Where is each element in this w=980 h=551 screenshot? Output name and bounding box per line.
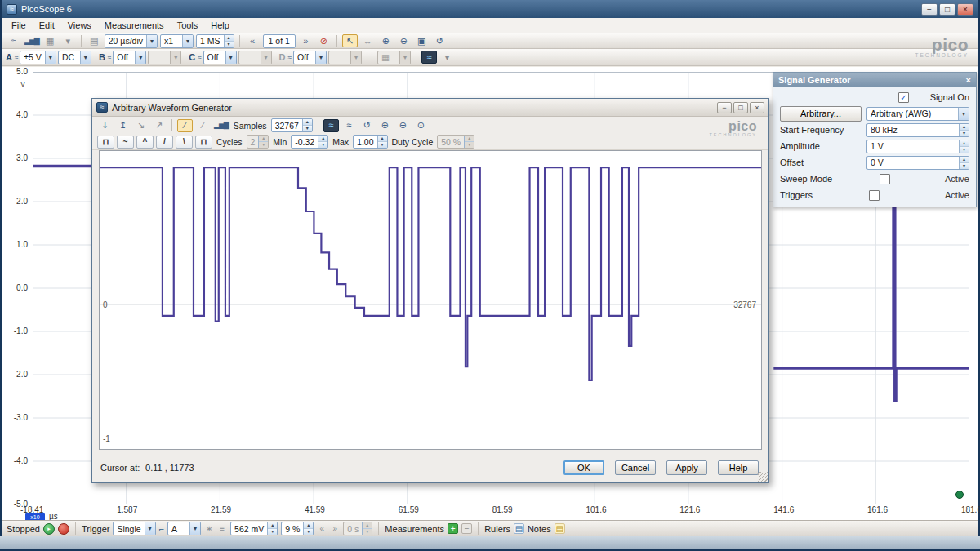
- smooth-waveform-icon[interactable]: ≈: [341, 119, 357, 132]
- resize-grip[interactable]: [758, 472, 768, 482]
- posttrigger-arrow-icon[interactable]: »: [330, 524, 340, 533]
- window-titlebar[interactable]: ≈ PicoScope 6 − □ ×: [2, 0, 978, 18]
- zoom-out-icon[interactable]: ⊖: [396, 34, 412, 47]
- ramp-down-button[interactable]: \: [176, 136, 193, 149]
- delete-measurement-button[interactable]: −: [461, 523, 472, 534]
- ramp-up-button[interactable]: /: [156, 136, 173, 149]
- chevron-down-icon[interactable]: ▾: [315, 51, 326, 64]
- chevron-down-icon[interactable]: ▾: [182, 35, 193, 47]
- zoom-in-icon[interactable]: ⊕: [378, 34, 394, 47]
- awg-waveform-canvas[interactable]: 0 -1 32767: [99, 150, 762, 450]
- arbitrary-settings-button[interactable]: Arbitrary...: [780, 106, 862, 122]
- dialog-button[interactable]: Apply: [666, 460, 707, 475]
- zoom-full-icon[interactable]: ⊙: [413, 119, 429, 132]
- spin-down-icon[interactable]: ▾: [268, 529, 277, 535]
- chevron-down-icon[interactable]: ▾: [80, 51, 91, 64]
- scope-view-icon[interactable]: ≈: [6, 34, 21, 47]
- toggle-checkbox[interactable]: [869, 190, 880, 201]
- max-spinner[interactable]: 1.00 ▴▾: [353, 135, 387, 149]
- channel-c-range-select[interactable]: Off ▾: [203, 51, 237, 64]
- spin-up-icon[interactable]: ▴: [960, 124, 969, 131]
- save-csv-icon[interactable]: ↗: [151, 119, 167, 132]
- pretrigger-arrow-icon[interactable]: «: [317, 524, 327, 533]
- chevron-down-icon[interactable]: ▾: [45, 51, 56, 64]
- dialog-button[interactable]: OK: [564, 460, 604, 475]
- spin-down-icon[interactable]: ▾: [960, 147, 969, 153]
- load-csv-icon[interactable]: ↘: [133, 119, 149, 132]
- menu-item[interactable]: Tools: [171, 19, 205, 32]
- waveform-type-select[interactable]: Arbitrary (AWG) ▾: [866, 107, 969, 121]
- triangle-wave-button[interactable]: ^: [136, 136, 154, 149]
- invert-waveform-icon[interactable]: ≈: [323, 119, 339, 132]
- field-spinner[interactable]: 0 V ▴▾: [866, 156, 969, 170]
- sine-wave-button[interactable]: ~: [117, 136, 134, 149]
- hand-pan-icon[interactable]: ↔: [360, 34, 376, 47]
- spin-up-icon[interactable]: ▴: [960, 157, 969, 163]
- freehand-draw-button[interactable]: ∕: [177, 119, 193, 132]
- menu-item[interactable]: Measurements: [98, 19, 171, 32]
- spin-down-icon[interactable]: ▾: [960, 163, 969, 169]
- maximize-button[interactable]: □: [939, 3, 956, 16]
- field-spinner[interactable]: 80 kHz ▴▾: [866, 123, 969, 137]
- persistence-view-icon[interactable]: ▦: [42, 34, 58, 47]
- spin-down-icon[interactable]: ▾: [378, 142, 387, 148]
- import-waveform-icon[interactable]: ↧: [97, 119, 113, 132]
- stop-button[interactable]: [58, 523, 69, 535]
- spin-up-icon[interactable]: ▴: [378, 136, 387, 142]
- pulse-wave-button[interactable]: ⊓: [195, 136, 212, 149]
- sample-bars-button[interactable]: ▂▅▇: [213, 119, 229, 132]
- waveform-library-icon[interactable]: ▾: [439, 51, 455, 64]
- chevron-down-icon[interactable]: ▾: [225, 51, 236, 64]
- undo-icon[interactable]: ↺: [359, 119, 375, 132]
- spin-down-icon[interactable]: ▾: [304, 529, 313, 535]
- next-buffer-icon[interactable]: »: [298, 34, 314, 47]
- square-wave-button[interactable]: ⊓: [97, 136, 114, 149]
- chevron-down-icon[interactable]: ▾: [958, 108, 969, 120]
- sample-count-spinner[interactable]: 1 MS ▴▾: [196, 34, 234, 48]
- cursor-tool-icon[interactable]: ↖: [342, 34, 358, 47]
- spin-up-icon[interactable]: ▴: [303, 119, 312, 126]
- export-waveform-icon[interactable]: ↥: [115, 119, 131, 132]
- channel-a-range-select[interactable]: ±5 V ▾: [20, 51, 56, 64]
- restore-icon[interactable]: □: [733, 102, 748, 113]
- add-measurement-button[interactable]: +: [448, 523, 458, 534]
- toggle-checkbox[interactable]: [880, 174, 890, 184]
- spin-up-icon[interactable]: ▴: [318, 136, 327, 142]
- menu-item[interactable]: File: [5, 19, 33, 32]
- spectrum-view-icon[interactable]: ▂▅▇: [24, 34, 40, 47]
- signal-generator-header[interactable]: Signal Generator ×: [773, 73, 976, 87]
- undo-zoom-icon[interactable]: ↺: [432, 34, 448, 47]
- spin-down-icon[interactable]: ▾: [303, 126, 312, 131]
- close-icon[interactable]: ×: [750, 102, 764, 113]
- menu-item[interactable]: Views: [61, 19, 98, 32]
- dialog-button[interactable]: Cancel: [615, 460, 656, 475]
- spin-up-icon[interactable]: ▴: [960, 140, 969, 147]
- rulers-icon[interactable]: ▤: [514, 523, 524, 534]
- chevron-down-icon[interactable]: ▾: [145, 522, 155, 535]
- channel-a-coupling-select[interactable]: DC ▾: [58, 51, 91, 64]
- zoom-out-icon[interactable]: ⊖: [395, 119, 411, 132]
- properties-icon[interactable]: ▤: [87, 34, 102, 47]
- signal-generator-button[interactable]: ≈: [421, 51, 437, 64]
- spin-down-icon[interactable]: ▾: [960, 131, 969, 136]
- awg-titlebar[interactable]: ≈ Arbitrary Waveform Generator − □ ×: [92, 99, 768, 117]
- chevron-down-icon[interactable]: ▾: [146, 35, 157, 47]
- spin-up-icon[interactable]: ▴: [268, 522, 277, 529]
- samples-spinner[interactable]: 32767 ▴▾: [271, 118, 313, 132]
- spin-down-icon[interactable]: ▾: [225, 42, 234, 47]
- marquee-zoom-icon[interactable]: ▣: [414, 34, 430, 47]
- pretrigger-spinner[interactable]: 9 % ▴▾: [281, 522, 314, 535]
- spin-down-icon[interactable]: ▾: [318, 142, 327, 148]
- buffer-nav-disable-icon[interactable]: ⊘: [316, 34, 332, 47]
- trigger-source-select[interactable]: A ▾: [167, 522, 201, 535]
- minimize-button[interactable]: −: [921, 3, 938, 16]
- channel-d-range-select[interactable]: Off ▾: [293, 51, 327, 64]
- prev-buffer-icon[interactable]: «: [245, 34, 261, 47]
- signal-on-checkbox[interactable]: ✓: [898, 92, 909, 103]
- line-draw-button[interactable]: ∕: [195, 119, 211, 132]
- trigger-threshold-spinner[interactable]: 562 mV ▴▾: [230, 522, 278, 535]
- spin-up-icon[interactable]: ▴: [225, 35, 234, 42]
- zoom-multiplier-select[interactable]: x1 ▾: [160, 34, 194, 48]
- dialog-button[interactable]: Help: [718, 460, 759, 475]
- close-icon[interactable]: ×: [966, 75, 971, 85]
